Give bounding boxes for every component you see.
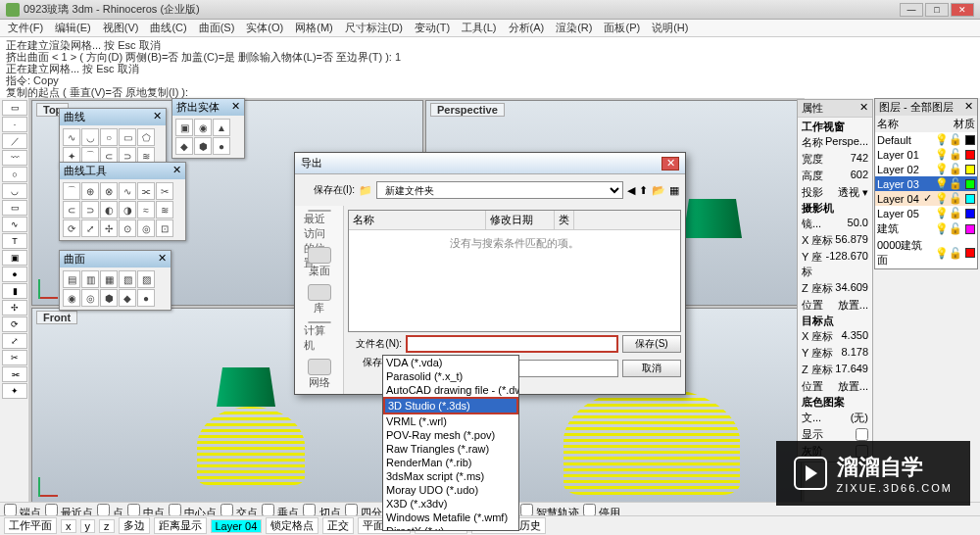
layer-row[interactable]: Layer 02💡🔓 <box>875 162 977 176</box>
palette-close-icon[interactable]: ✕ <box>153 110 162 124</box>
status-dist[interactable]: 距离显示 <box>154 517 207 534</box>
scale-icon[interactable]: ⤢ <box>2 333 27 349</box>
tool-icon[interactable]: ◉ <box>63 289 80 307</box>
save-button[interactable]: 保存(S) <box>622 335 681 353</box>
tool-icon[interactable]: ◑ <box>119 201 136 219</box>
file-list[interactable]: 名称修改日期类 没有与搜索条件匹配的项。 <box>348 210 681 332</box>
filename-input[interactable] <box>406 335 618 353</box>
tool-icon[interactable]: ≋ <box>156 201 173 219</box>
nav-desktop[interactable]: 桌面 <box>304 247 335 278</box>
view-icon[interactable]: ▦ <box>669 184 679 197</box>
show-check[interactable] <box>856 427 868 442</box>
menu-dim[interactable]: 尺寸标注(D) <box>341 21 407 35</box>
tool-icon[interactable]: ● <box>213 137 230 155</box>
nav-network[interactable]: 网络 <box>304 359 335 390</box>
tool-icon[interactable]: ● <box>137 289 155 307</box>
tool-icon[interactable]: ∿ <box>119 182 136 200</box>
filetype-dropdown[interactable]: VDA (*.vda) Parasolid (*.x_t) AutoCAD dr… <box>382 355 519 531</box>
nav-library[interactable]: 库 <box>304 284 335 316</box>
tool-icon[interactable]: ∿ <box>63 128 80 146</box>
layer-row[interactable]: Layer 04✓ 💡🔓 <box>875 191 977 206</box>
panel-title[interactable]: 属性 <box>802 101 823 116</box>
palette-title[interactable]: 曲线 <box>64 110 85 124</box>
menu-surface[interactable]: 曲面(S) <box>195 21 239 35</box>
layer-row[interactable]: 0000建筑面💡🔓 <box>875 237 977 268</box>
circle-icon[interactable]: ○ <box>2 167 27 182</box>
tool-icon[interactable]: ≈ <box>137 201 155 219</box>
tool-icon[interactable]: ◎ <box>137 219 155 237</box>
tool-icon[interactable]: ○ <box>100 128 118 146</box>
explode-icon[interactable]: ✦ <box>2 383 27 399</box>
menu-solid[interactable]: 实体(O) <box>242 21 287 35</box>
tool-icon[interactable]: ▭ <box>119 128 136 146</box>
tool-icon[interactable]: ⤢ <box>81 219 99 237</box>
maximize-button[interactable]: □ <box>925 3 949 17</box>
tool-icon[interactable]: ⊙ <box>119 219 136 237</box>
tool-icon[interactable]: ▦ <box>100 270 118 288</box>
tool-icon[interactable]: ◎ <box>81 289 99 307</box>
back-icon[interactable]: ◀ <box>627 184 635 197</box>
tool-icon[interactable]: ◆ <box>119 289 136 307</box>
panel-close-icon[interactable]: ✕ <box>859 101 868 116</box>
tool-icon[interactable]: ✢ <box>100 219 118 237</box>
panel-close-icon[interactable]: ✕ <box>964 100 973 115</box>
rect-icon[interactable]: ▭ <box>2 200 27 216</box>
move-icon[interactable]: ✢ <box>2 300 27 316</box>
tool-icon[interactable]: ◡ <box>81 128 99 146</box>
tool-icon[interactable]: ⫘ <box>137 182 155 200</box>
tool-icon[interactable]: ⬠ <box>137 128 155 146</box>
sphere-icon[interactable]: ● <box>2 267 27 282</box>
tool-icon[interactable]: ▤ <box>63 270 80 288</box>
folder-select[interactable]: 新建文件夹 <box>376 181 623 199</box>
curve-icon[interactable]: ∿ <box>2 217 27 232</box>
join-icon[interactable]: ⫘ <box>2 366 27 382</box>
layer-row[interactable]: Layer 05💡🔓 <box>875 206 977 220</box>
status-layer[interactable]: Layer 04 <box>211 519 263 533</box>
arc-icon[interactable]: ◡ <box>2 183 27 199</box>
minimize-button[interactable]: — <box>900 3 923 17</box>
palette-close-icon[interactable]: ✕ <box>158 252 167 267</box>
tool-icon[interactable]: ▥ <box>81 270 99 288</box>
menu-edit[interactable]: 编辑(E) <box>51 21 95 35</box>
props-tab[interactable]: 工作视窗 <box>802 120 868 134</box>
tool-icon[interactable]: ▨ <box>137 270 155 288</box>
menu-mesh[interactable]: 网格(M) <box>291 21 337 35</box>
layer-row[interactable]: Layer 03💡🔓 <box>875 176 977 191</box>
tool-icon[interactable]: ◆ <box>175 137 193 155</box>
nav-computer[interactable]: 计算机 <box>304 321 335 353</box>
polyline-icon[interactable]: 〰 <box>2 150 27 166</box>
close-button[interactable]: ✕ <box>951 3 974 17</box>
box-icon[interactable]: ▣ <box>2 250 27 266</box>
tool-icon[interactable]: ◐ <box>100 201 118 219</box>
status-gridsnap[interactable]: 锁定格点 <box>266 517 318 534</box>
tool-icon[interactable]: ⊕ <box>81 182 99 200</box>
tool-icon[interactable]: ◉ <box>194 119 212 136</box>
layer-row[interactable]: Layer 01💡🔓 <box>875 147 977 162</box>
cancel-button[interactable]: 取消 <box>622 360 681 377</box>
status-cplane[interactable]: 工作平面 <box>4 517 57 534</box>
palette-close-icon[interactable]: ✕ <box>172 164 181 178</box>
tool-icon[interactable]: ▣ <box>175 119 193 136</box>
menu-help[interactable]: 说明(H) <box>648 21 692 35</box>
tool-icon[interactable]: ⊃ <box>81 201 99 219</box>
palette-title[interactable]: 曲线工具 <box>64 164 107 178</box>
tool-icon[interactable]: ⬢ <box>194 137 212 155</box>
tool-icon[interactable]: ⊂ <box>63 201 80 219</box>
dropdown-selected[interactable]: 3D Studio (*.3ds) <box>383 397 518 414</box>
select-icon[interactable]: ▭ <box>2 100 27 116</box>
tool-icon[interactable]: ⌒ <box>63 182 80 200</box>
tool-icon[interactable]: ⊡ <box>156 219 173 237</box>
palette-close-icon[interactable]: ✕ <box>231 100 240 115</box>
layer-row[interactable]: Default💡🔓 <box>875 132 977 147</box>
menu-file[interactable]: 文件(F) <box>4 21 47 35</box>
text-icon[interactable]: T <box>2 233 27 249</box>
menu-analyze[interactable]: 分析(A) <box>505 21 549 35</box>
menu-panel[interactable]: 面板(P) <box>600 21 644 35</box>
line-icon[interactable]: ／ <box>2 133 27 149</box>
point-icon[interactable]: · <box>2 117 27 132</box>
menu-render[interactable]: 渲染(R) <box>552 21 596 35</box>
menu-transform[interactable]: 变动(T) <box>411 21 454 35</box>
cyl-icon[interactable]: ▮ <box>2 283 27 299</box>
rotate-icon[interactable]: ⟳ <box>2 316 27 332</box>
menu-curve[interactable]: 曲线(C) <box>146 21 190 35</box>
